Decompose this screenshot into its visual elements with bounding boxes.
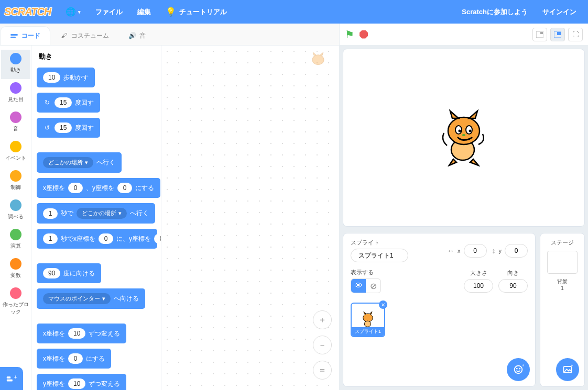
block-change-x[interactable]: x座標を10ずつ変える: [37, 324, 126, 343]
category-dot-icon: [10, 229, 21, 240]
scratch-logo[interactable]: SCRATCH: [4, 6, 51, 18]
svg-rect-7: [540, 32, 543, 34]
hide-sprite-button[interactable]: ⊘: [366, 279, 380, 293]
scripts-workspace[interactable]: ＋ － ＝: [161, 46, 339, 390]
category-3[interactable]: イベント: [1, 138, 30, 167]
signin-link[interactable]: サインイン: [535, 0, 584, 24]
rotate-ccw-icon: ↺: [43, 124, 51, 131]
category-4[interactable]: 制御: [1, 167, 30, 196]
editor-left: コード 🖌 コスチューム 🔊 音 動き見た目音イベント制御調べる演算変数作ったブ…: [0, 24, 340, 390]
rotate-cw-icon: ↻: [43, 99, 51, 106]
palette-title: 動き: [39, 52, 161, 61]
svg-point-21: [519, 368, 520, 370]
chevron-down-icon: ▾: [78, 9, 81, 15]
edit-menu[interactable]: 編集: [130, 0, 158, 24]
svg-text:+: +: [14, 374, 17, 380]
join-link[interactable]: Scratchに参加しよう: [454, 0, 535, 24]
language-menu[interactable]: 🌐▾: [58, 0, 88, 24]
svg-rect-4: [7, 380, 13, 382]
stage-selector: ステージ 背景 1 +: [540, 233, 585, 387]
sound-icon: 🔊: [128, 31, 136, 40]
tab-code[interactable]: コード: [0, 26, 50, 45]
stop-button[interactable]: [360, 30, 368, 39]
svg-rect-1: [10, 37, 16, 38]
svg-point-17: [363, 314, 373, 322]
delete-sprite-button[interactable]: ✕: [379, 300, 387, 309]
editor-tabs: コード 🖌 コスチューム 🔊 音: [0, 24, 339, 46]
chevron-down-icon: ▾: [102, 295, 105, 302]
block-glide-xy[interactable]: 1秒でx座標を0に、y座標を0: [37, 229, 157, 249]
category-0[interactable]: 動き: [1, 50, 30, 79]
block-move-steps[interactable]: 10歩動かす: [37, 68, 95, 87]
zoom-reset-button[interactable]: ＝: [313, 361, 332, 380]
sprite-on-stage[interactable]: [438, 109, 490, 166]
code-icon: [10, 32, 18, 40]
stage[interactable]: [343, 49, 585, 227]
block-palette[interactable]: 動き 10歩動かす ↻15度回す ↺15度回す どこかの場所▾へ行く x座標を0…: [31, 46, 161, 390]
sprite-info-panel: スプライト ↔ x ↕ y: [343, 233, 536, 387]
svg-point-15: [469, 130, 472, 132]
tab-sounds[interactable]: 🔊 音: [118, 26, 155, 45]
category-1[interactable]: 見た目: [1, 79, 30, 108]
stage-size-large-button[interactable]: [550, 28, 565, 41]
sprite-name-label: スプライト: [351, 239, 408, 247]
zoom-controls: ＋ － ＝: [313, 310, 332, 380]
category-dot-icon: [10, 82, 21, 94]
svg-text:+: +: [521, 364, 524, 368]
sprite-direction-input[interactable]: [498, 279, 528, 293]
zoom-out-button[interactable]: －: [313, 336, 332, 354]
green-flag-button[interactable]: ⚑: [345, 28, 354, 41]
sprite-y-input[interactable]: [505, 244, 528, 258]
block-glide-menu[interactable]: 1秒でどこかの場所▾へ行く: [37, 203, 155, 224]
y-arrows-icon: ↕: [492, 247, 496, 255]
add-sprite-button[interactable]: +: [507, 358, 530, 381]
sprite-tile[interactable]: ✕ スプライト1: [351, 303, 385, 337]
block-turn-cw[interactable]: ↻15度回す: [37, 93, 100, 113]
block-goto-menu[interactable]: どこかの場所▾へ行く: [37, 152, 122, 173]
stage-fullscreen-button[interactable]: ⛶: [568, 28, 583, 41]
svg-point-16: [462, 134, 465, 136]
block-goto-xy[interactable]: x座標を0、y座標を0にする: [37, 178, 160, 198]
block-categories: 動き見た目音イベント制御調べる演算変数作ったブロック: [0, 46, 31, 390]
category-dot-icon: [10, 199, 21, 211]
category-8[interactable]: 作ったブロック: [1, 284, 30, 321]
tab-costumes[interactable]: 🖌 コスチューム: [50, 26, 118, 45]
svg-point-14: [459, 130, 461, 132]
category-7[interactable]: 変数: [1, 255, 30, 284]
sprite-size-input[interactable]: [464, 279, 493, 293]
category-dot-icon: [10, 53, 21, 64]
menubar: SCRATCH 🌐▾ ファイル 編集 💡チュートリアル Scratchに参加しよ…: [0, 0, 588, 24]
tutorials-button[interactable]: 💡チュートリアル: [158, 0, 234, 24]
add-extension-button[interactable]: +: [0, 367, 23, 390]
svg-point-19: [515, 366, 522, 374]
category-5[interactable]: 調べる: [1, 196, 30, 226]
show-sprite-button[interactable]: 👁: [351, 279, 366, 293]
stage-thumbnail[interactable]: [547, 251, 578, 274]
category-dot-icon: [10, 258, 21, 270]
stage-size-small-button[interactable]: [532, 28, 547, 41]
svg-point-18: [364, 321, 371, 327]
category-6[interactable]: 演算: [1, 226, 30, 255]
block-point-direction[interactable]: 90度に向ける: [37, 263, 101, 283]
svg-rect-0: [10, 34, 18, 36]
svg-rect-9: [557, 32, 561, 35]
stage-header: ⚑ ⛶: [340, 24, 588, 46]
category-dot-icon: [10, 141, 21, 152]
svg-rect-3: [7, 376, 10, 378]
x-arrows-icon: ↔: [447, 247, 454, 255]
cat-watermark-icon: [308, 52, 329, 77]
block-turn-ccw[interactable]: ↺15度回す: [37, 118, 100, 138]
eye-off-icon: ⊘: [370, 281, 377, 291]
svg-point-12: [455, 126, 462, 134]
block-change-y[interactable]: y座標を10ずつ変える: [37, 374, 126, 390]
sprite-name-input[interactable]: [351, 249, 408, 262]
file-menu[interactable]: ファイル: [88, 0, 130, 24]
category-2[interactable]: 音: [1, 108, 30, 138]
zoom-in-button[interactable]: ＋: [313, 310, 332, 329]
block-point-towards[interactable]: マウスのポインター▾へ向ける: [37, 288, 145, 309]
block-set-x[interactable]: x座標を0にする: [37, 349, 111, 369]
sprite-x-input[interactable]: [464, 244, 487, 258]
add-backdrop-button[interactable]: +: [556, 358, 579, 381]
globe-icon: 🌐: [66, 7, 76, 17]
category-dot-icon: [10, 170, 21, 182]
